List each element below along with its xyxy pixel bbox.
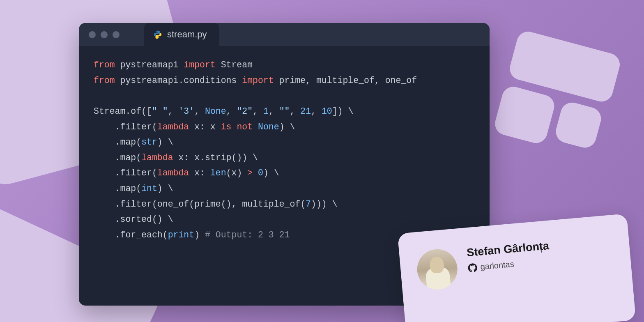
- file-tab[interactable]: stream.py: [144, 23, 219, 46]
- python-icon: [153, 30, 162, 39]
- github-icon: [468, 263, 478, 273]
- background-shape-2: [492, 29, 623, 160]
- author-avatar: [416, 248, 459, 291]
- maximize-button[interactable]: [113, 31, 120, 38]
- window-titlebar: stream.py: [79, 23, 490, 46]
- author-name: Stefan Gârlonța: [466, 239, 550, 259]
- author-handle-row: garlontas: [468, 256, 551, 273]
- author-username: garlontas: [480, 259, 515, 271]
- minimize-button[interactable]: [101, 31, 108, 38]
- author-info: Stefan Gârlonța garlontas: [466, 239, 551, 273]
- close-button[interactable]: [89, 31, 96, 38]
- tab-title: stream.py: [167, 29, 207, 40]
- traffic-lights: [79, 31, 120, 38]
- code-content[interactable]: from pystreamapi import Stream from pyst…: [79, 46, 490, 255]
